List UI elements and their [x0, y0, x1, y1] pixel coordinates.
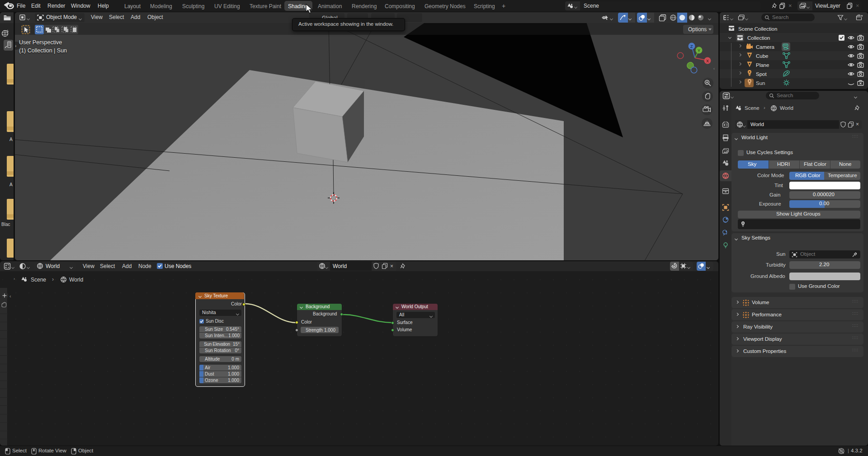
- svg-text:Options: Options: [688, 26, 707, 33]
- svg-text:Z: Z: [690, 44, 693, 49]
- svg-text:›: ›: [15, 43, 16, 48]
- svg-text:Y: Y: [698, 48, 700, 53]
- svg-text:X: X: [706, 59, 709, 63]
- svg-text:(1) Collection | Sun: (1) Collection | Sun: [19, 47, 67, 54]
- svg-text:‹: ‹: [713, 66, 715, 71]
- svg-text:User Perspective: User Perspective: [19, 39, 62, 46]
